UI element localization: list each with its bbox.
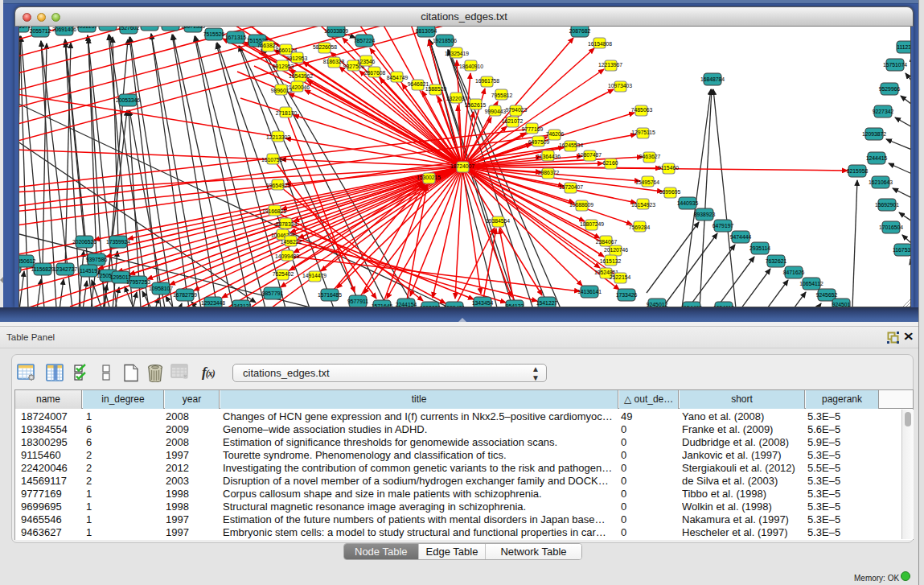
svg-text:9777169: 9777169 xyxy=(522,126,544,132)
svg-text:9474444: 9474444 xyxy=(730,234,752,240)
svg-text:15716485: 15716485 xyxy=(318,292,342,298)
svg-text:9115460: 9115460 xyxy=(658,165,679,171)
svg-text:111233: 111233 xyxy=(897,44,911,50)
svg-text:1588520: 1588520 xyxy=(425,86,447,92)
svg-text:21364436: 21364436 xyxy=(536,154,561,159)
svg-text:1621072: 1621072 xyxy=(502,118,524,124)
svg-text:9912953: 9912953 xyxy=(273,64,294,69)
svg-text:7632621: 7632621 xyxy=(766,258,787,264)
svg-text:924501: 924501 xyxy=(832,302,851,307)
svg-text:1850612: 1850612 xyxy=(19,258,35,264)
svg-text:2718170: 2718170 xyxy=(276,110,298,116)
svg-text:2935114: 2935114 xyxy=(749,245,770,251)
svg-text:15495764: 15495764 xyxy=(635,179,659,185)
svg-text:7485063: 7485063 xyxy=(631,107,653,113)
svg-text:8878334: 8878334 xyxy=(276,221,298,227)
svg-text:9463627: 9463627 xyxy=(639,154,661,159)
svg-text:20691406: 20691406 xyxy=(52,27,76,32)
svg-text:12093872: 12093872 xyxy=(862,131,886,137)
svg-text:2055712: 2055712 xyxy=(30,28,51,34)
svg-text:7625402: 7625402 xyxy=(273,271,294,277)
svg-text:9794023: 9794023 xyxy=(506,107,528,113)
svg-text:17359924: 17359924 xyxy=(106,239,130,245)
svg-text:9990443: 9990443 xyxy=(485,109,507,114)
svg-text:1615132: 1615132 xyxy=(600,258,622,264)
svg-text:19654925: 19654925 xyxy=(266,183,290,188)
svg-text:1671315: 1671315 xyxy=(225,35,247,40)
svg-text:16961758: 16961758 xyxy=(475,78,499,84)
svg-text:12975115: 12975115 xyxy=(631,130,655,135)
svg-text:15692901: 15692901 xyxy=(875,202,899,208)
svg-text:1322037: 1322037 xyxy=(446,96,468,101)
svg-text:16210643: 16210643 xyxy=(869,179,893,185)
svg-text:16033809: 16033809 xyxy=(324,28,348,34)
svg-text:7515526: 7515526 xyxy=(203,31,225,37)
svg-text:1244415: 1244415 xyxy=(866,155,888,161)
svg-text:1167534: 1167534 xyxy=(893,247,911,253)
svg-text:10807487: 10807487 xyxy=(577,152,602,158)
svg-text:8471626: 8471626 xyxy=(783,270,805,275)
svg-text:7857224: 7857224 xyxy=(354,38,376,43)
svg-text:14136141: 14136141 xyxy=(577,289,602,295)
svg-text:19166825: 19166825 xyxy=(262,208,286,214)
svg-text:2986372: 2986372 xyxy=(538,170,560,175)
svg-text:20053346: 20053346 xyxy=(116,97,140,103)
svg-text:8466160: 8466160 xyxy=(139,27,161,27)
svg-text:16671355: 16671355 xyxy=(181,27,205,29)
svg-text:16782759: 16782759 xyxy=(173,292,197,298)
svg-text:2087682: 2087682 xyxy=(569,28,591,34)
svg-text:3912953: 3912953 xyxy=(286,56,308,61)
svg-text:8186328: 8186328 xyxy=(323,59,345,64)
svg-text:9227342: 9227342 xyxy=(873,109,894,114)
svg-text:9857791: 9857791 xyxy=(262,290,284,296)
svg-text:8215958: 8215958 xyxy=(847,168,869,174)
svg-text:14099489: 14099489 xyxy=(275,253,299,259)
svg-text:16848784: 16848784 xyxy=(700,76,725,82)
svg-text:1343454: 1343454 xyxy=(472,300,494,306)
svg-text:13325419: 13325419 xyxy=(445,51,469,56)
svg-text:9397586: 9397586 xyxy=(86,257,108,262)
svg-text:10653267: 10653267 xyxy=(96,27,120,27)
svg-text:18640910: 18640910 xyxy=(459,64,483,69)
svg-text:12923448: 12923448 xyxy=(201,300,225,306)
svg-text:10973403: 10973403 xyxy=(608,83,632,89)
svg-text:15751074: 15751074 xyxy=(883,62,907,68)
svg-text:15720407: 15720407 xyxy=(559,184,583,190)
svg-text:1440935: 1440935 xyxy=(677,200,699,206)
svg-text:114519: 114519 xyxy=(80,268,97,274)
svg-text:6497509: 6497509 xyxy=(528,139,550,145)
svg-text:17016504: 17016504 xyxy=(879,225,903,230)
svg-text:6899695: 6899695 xyxy=(659,189,681,195)
svg-text:1541227: 1541227 xyxy=(536,300,558,306)
svg-text:17957253: 17957253 xyxy=(126,279,150,285)
svg-text:7569284: 7569284 xyxy=(629,225,651,230)
svg-text:11156829: 11156829 xyxy=(31,266,54,272)
svg-text:9577911: 9577911 xyxy=(347,299,368,304)
svg-text:18807249: 18807249 xyxy=(580,221,604,227)
svg-text:14914479: 14914479 xyxy=(302,273,326,278)
svg-text:1498222: 1498222 xyxy=(281,239,302,245)
svg-text:12342737: 12342737 xyxy=(53,266,77,272)
svg-text:9896012: 9896012 xyxy=(271,88,293,93)
svg-text:2522154: 2522154 xyxy=(610,274,631,280)
svg-text:16154808: 16154808 xyxy=(588,41,612,47)
svg-text:6479197: 6479197 xyxy=(713,223,734,229)
svg-text:1562615: 1562615 xyxy=(465,102,487,108)
svg-text:9031257: 9031257 xyxy=(76,27,98,29)
svg-text:19384554: 19384554 xyxy=(486,218,510,224)
svg-text:9245652: 9245652 xyxy=(816,292,838,298)
svg-text:8813094: 8813094 xyxy=(416,28,437,34)
svg-text:15300215: 15300215 xyxy=(417,175,441,180)
svg-text:8938923: 8938923 xyxy=(694,212,716,217)
svg-text:16107554: 16107554 xyxy=(261,157,285,163)
svg-text:2384067: 2384067 xyxy=(596,239,618,245)
svg-text:18724007: 18724007 xyxy=(450,163,474,169)
svg-text:9245012: 9245012 xyxy=(647,302,668,307)
svg-text:10688609: 10688609 xyxy=(569,202,593,208)
svg-text:20120746: 20120746 xyxy=(604,247,628,253)
svg-text:1733426: 1733426 xyxy=(616,292,638,298)
svg-text:10719155: 10719155 xyxy=(158,27,183,27)
svg-text:8454749: 8454749 xyxy=(387,75,409,80)
svg-text:123546: 123546 xyxy=(357,59,376,64)
svg-text:62160: 62160 xyxy=(603,160,618,166)
